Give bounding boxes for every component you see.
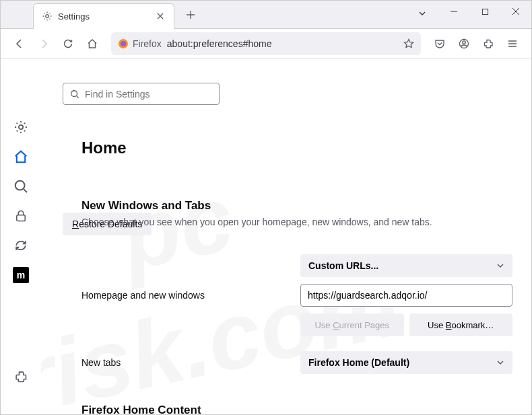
- svg-point-6: [19, 125, 23, 129]
- reload-button[interactable]: [57, 33, 79, 54]
- svg-point-0: [46, 15, 49, 18]
- chevron-down-icon: [496, 359, 504, 367]
- new-tab-button[interactable]: [181, 5, 200, 24]
- use-current-pages-button: Use Current Pages: [300, 313, 404, 336]
- search-icon: [70, 89, 79, 99]
- svg-point-9: [71, 90, 77, 96]
- firefox-identity-icon[interactable]: Firefox: [118, 38, 162, 49]
- browser-tab[interactable]: Settings: [33, 3, 174, 29]
- tab-title: Settings: [58, 11, 149, 22]
- pocket-icon[interactable]: [429, 33, 451, 54]
- settings-search-input[interactable]: [85, 89, 212, 100]
- svg-point-5: [463, 40, 465, 43]
- menu-icon[interactable]: [502, 33, 523, 54]
- url-address: about:preferences#home: [167, 38, 398, 49]
- window-minimize-button[interactable]: [438, 1, 469, 22]
- section-sub-windows-tabs: Choose what you see when you open your h…: [81, 217, 512, 227]
- sidebar-item-sync[interactable]: [7, 232, 34, 259]
- settings-search[interactable]: [63, 83, 220, 105]
- sidebar-item-general[interactable]: [7, 114, 34, 141]
- sidebar-item-extensions[interactable]: [7, 363, 34, 390]
- section-heading-home-content: Firefox Home Content: [81, 404, 512, 414]
- mozilla-icon: m: [13, 267, 29, 283]
- svg-rect-8: [17, 215, 26, 221]
- chevron-down-icon: [496, 262, 504, 270]
- svg-point-7: [15, 181, 25, 190]
- extensions-icon[interactable]: [477, 33, 499, 54]
- page-title: Home: [81, 139, 512, 157]
- tabs-dropdown-icon[interactable]: [418, 9, 427, 18]
- url-bar[interactable]: Firefox about:preferences#home: [111, 32, 421, 55]
- close-icon[interactable]: [155, 11, 166, 22]
- gear-icon: [42, 11, 53, 22]
- account-icon[interactable]: [453, 33, 475, 54]
- newtabs-label: New tabs: [81, 357, 300, 368]
- identity-label: Firefox: [133, 38, 162, 49]
- use-bookmark-button[interactable]: Use Bookmark…: [409, 313, 513, 336]
- svg-rect-1: [482, 9, 488, 14]
- window-maximize-button[interactable]: [469, 1, 500, 22]
- sidebar-item-mozilla[interactable]: m: [7, 262, 34, 289]
- homepage-select-value: Custom URLs...: [308, 260, 378, 271]
- sidebar-item-privacy[interactable]: [7, 202, 34, 229]
- homepage-url-input[interactable]: [300, 284, 512, 307]
- svg-point-3: [121, 41, 126, 46]
- newtabs-select-value: Firefox Home (Default): [308, 357, 409, 368]
- home-button[interactable]: [81, 33, 103, 54]
- forward-button: [33, 33, 55, 54]
- section-heading-windows-tabs: New Windows and Tabs: [81, 199, 512, 213]
- sidebar-item-search[interactable]: [7, 173, 34, 200]
- window-close-button[interactable]: [500, 1, 531, 22]
- sidebar-item-home[interactable]: [7, 143, 34, 170]
- homepage-label: Homepage and new windows: [81, 290, 300, 301]
- back-button[interactable]: [9, 33, 30, 54]
- homepage-select[interactable]: Custom URLs...: [300, 254, 512, 277]
- bookmark-star-icon[interactable]: [403, 38, 414, 49]
- newtabs-select[interactable]: Firefox Home (Default): [300, 351, 512, 374]
